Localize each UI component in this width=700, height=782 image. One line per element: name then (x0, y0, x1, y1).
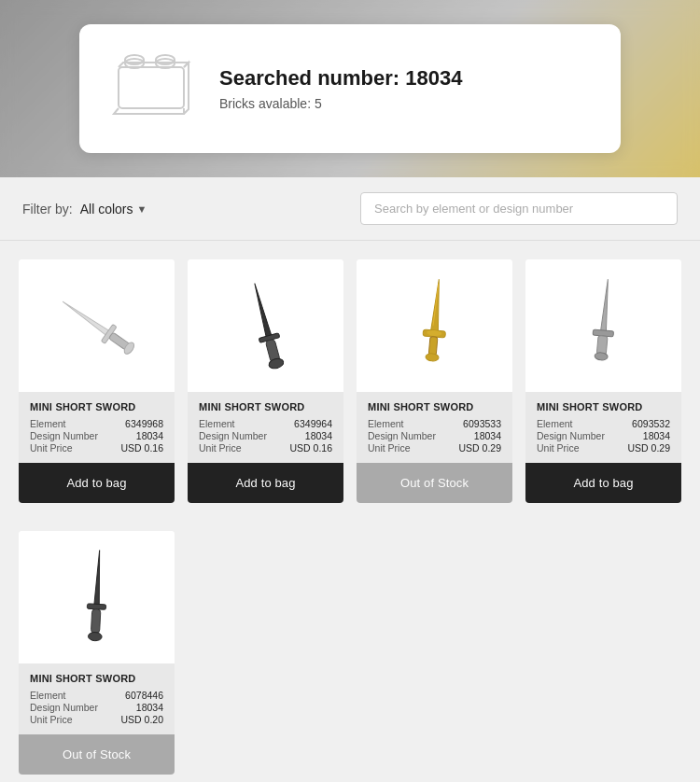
svg-marker-10 (61, 300, 110, 336)
color-filter-dropdown[interactable]: All colors ▼ (80, 202, 147, 216)
price-label-2: Unit Price (199, 442, 276, 454)
product-image-dark (19, 531, 175, 663)
product-name-2: MINI SHORT SWORD (199, 401, 332, 412)
svg-rect-26 (596, 336, 608, 356)
product-card-3: MINI SHORT SWORD Element 6093533 Design … (357, 259, 512, 503)
svg-rect-8 (119, 67, 184, 108)
design-value-1: 18034 (111, 430, 163, 441)
color-filter-label: All colors (80, 202, 133, 216)
chevron-down-icon: ▼ (136, 203, 147, 215)
hero-text: Searched number: 18034 Bricks avalable: … (219, 66, 462, 111)
product-info-3: MINI SHORT SWORD Element 6093533 Design … (357, 392, 512, 463)
price-label-1: Unit Price (30, 442, 107, 454)
design-label-5: Design Number (30, 702, 107, 713)
product-details-5: Element 6078446 Design Number 18034 Unit… (30, 690, 163, 725)
sword-black-icon (215, 274, 317, 377)
hero-section: Searched number: 18034 Bricks avalable: … (0, 0, 700, 177)
svg-rect-30 (91, 609, 100, 634)
product-card-2: MINI SHORT SWORD Element 6349964 Design … (188, 259, 343, 503)
svg-marker-28 (93, 551, 102, 607)
price-label-4: Unit Price (537, 442, 614, 454)
sword-gold-icon (384, 274, 486, 377)
product-details-3: Element 6093533 Design Number 18034 Unit… (368, 418, 501, 454)
product-image-black (188, 259, 343, 392)
sword-silver-icon (26, 259, 166, 396)
svg-point-31 (88, 632, 102, 641)
add-to-bag-button-4[interactable]: Add to bag (525, 463, 681, 503)
product-grid-row1: MINI SHORT SWORD Element 6349968 Design … (0, 241, 700, 531)
filter-by-label: Filter by: (22, 202, 73, 216)
sword-dark-icon (46, 546, 148, 649)
svg-rect-29 (87, 604, 105, 610)
product-info-1: MINI SHORT SWORD Element 6349968 Design … (19, 392, 175, 463)
product-image-gold (357, 259, 512, 392)
price-label-3: Unit Price (368, 442, 445, 454)
product-card-1: MINI SHORT SWORD Element 6349968 Design … (19, 259, 175, 503)
product-grid-row2: MINI SHORT SWORD Element 6078446 Design … (0, 531, 700, 782)
svg-marker-18 (430, 279, 442, 332)
design-value-3: 18034 (449, 430, 501, 441)
price-value-2: USD 0.16 (280, 442, 332, 454)
price-value-4: USD 0.29 (618, 442, 670, 454)
price-value-3: USD 0.29 (449, 442, 501, 454)
product-name-1: MINI SHORT SWORD (30, 401, 163, 412)
element-label-5: Element (30, 690, 107, 701)
out-of-stock-button-5: Out of Stock (19, 734, 175, 775)
filter-left: Filter by: All colors ▼ (22, 202, 147, 216)
product-details-4: Element 6093532 Design Number 18034 Unit… (537, 418, 670, 454)
element-value-1: 6349968 (111, 418, 163, 429)
product-name-5: MINI SHORT SWORD (30, 673, 163, 684)
design-label-4: Design Number (537, 430, 614, 441)
design-value-2: 18034 (280, 430, 332, 441)
svg-marker-24 (600, 279, 610, 332)
product-info-5: MINI SHORT SWORD Element 6078446 Design … (19, 663, 175, 734)
design-value-4: 18034 (618, 430, 670, 441)
add-to-bag-button-1[interactable]: Add to bag (19, 463, 175, 503)
element-label-1: Element (30, 418, 107, 429)
search-input[interactable] (360, 192, 678, 225)
bricks-available: Bricks avalable: 5 (219, 96, 462, 111)
element-value-5: 6078446 (111, 690, 163, 701)
lego-brick-icon (109, 47, 193, 131)
design-value-5: 18034 (111, 702, 163, 713)
element-value-4: 6093532 (618, 418, 670, 429)
element-label-2: Element (199, 418, 276, 429)
design-label-2: Design Number (199, 430, 276, 441)
price-value-1: USD 0.16 (111, 442, 163, 454)
design-label-1: Design Number (30, 430, 107, 441)
element-label-4: Element (537, 418, 614, 429)
price-value-5: USD 0.20 (111, 714, 163, 725)
product-image-silver (19, 259, 175, 392)
svg-point-23 (425, 353, 439, 361)
product-name-4: MINI SHORT SWORD (537, 401, 670, 412)
svg-marker-14 (251, 283, 271, 339)
element-label-3: Element (368, 418, 445, 429)
product-card-5: MINI SHORT SWORD Element 6078446 Design … (19, 531, 175, 775)
add-to-bag-button-2[interactable]: Add to bag (188, 463, 343, 503)
sword-gray-icon (553, 274, 655, 377)
svg-rect-22 (428, 337, 438, 356)
filter-bar: Filter by: All colors ▼ (0, 177, 700, 241)
product-details-1: Element 6349968 Design Number 18034 Unit… (30, 418, 163, 454)
product-info-2: MINI SHORT SWORD Element 6349964 Design … (188, 392, 343, 463)
element-value-3: 6093533 (449, 418, 501, 429)
design-label-3: Design Number (368, 430, 445, 441)
search-box[interactable] (360, 192, 678, 225)
product-card-4: MINI SHORT SWORD Element 6093532 Design … (525, 259, 681, 503)
product-info-4: MINI SHORT SWORD Element 6093532 Design … (525, 392, 681, 463)
hero-card: Searched number: 18034 Bricks avalable: … (79, 24, 621, 153)
out-of-stock-button-3: Out of Stock (357, 463, 512, 503)
product-details-2: Element 6349964 Design Number 18034 Unit… (199, 418, 332, 454)
searched-number: Searched number: 18034 (219, 66, 462, 91)
product-image-gray (525, 259, 681, 392)
product-name-3: MINI SHORT SWORD (368, 401, 501, 412)
price-label-5: Unit Price (30, 714, 107, 725)
element-value-2: 6349964 (280, 418, 332, 429)
